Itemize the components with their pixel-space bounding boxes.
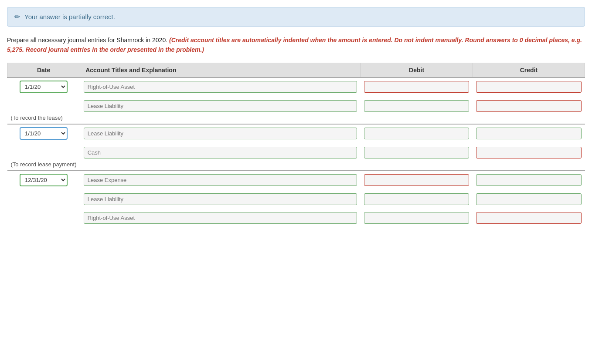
credit-input-0-1[interactable] [476, 100, 581, 112]
date-select-1[interactable]: 1/1/20 [20, 127, 68, 140]
debit-cell-2-1 [361, 192, 473, 207]
date-select-0[interactable]: 1/1/20 [20, 81, 68, 93]
credit-input-2-1[interactable] [476, 193, 581, 205]
credit-cell-2-1 [473, 192, 585, 207]
date-cell-1 [7, 145, 80, 160]
date-cell-2 [7, 192, 80, 207]
debit-input-0-0[interactable] [364, 81, 469, 93]
debit-cell-1-0 [361, 124, 473, 142]
header-credit: Credit [473, 63, 585, 78]
account-cell-1-1 [80, 145, 361, 160]
credit-cell-2-2 [473, 210, 585, 226]
account-cell-1-0 [80, 124, 361, 142]
debit-cell-2-2 [361, 210, 473, 226]
credit-cell-0-0 [473, 78, 585, 95]
account-input-2-2[interactable] [84, 212, 357, 224]
debit-cell-1-1 [361, 145, 473, 160]
alert-message: Your answer is partially correct. [24, 13, 115, 20]
header-date: Date [7, 63, 80, 78]
debit-cell-0-1 [361, 98, 473, 114]
date-cell-2: 12/31/20 [7, 171, 80, 188]
pencil-icon: ✏ [14, 13, 20, 21]
credit-cell-0-1 [473, 98, 585, 114]
alert-banner: ✏ Your answer is partially correct. [7, 7, 585, 27]
debit-input-1-0[interactable] [364, 128, 469, 139]
credit-input-1-0[interactable] [476, 128, 581, 139]
account-cell-2-1 [80, 192, 361, 207]
instructions: Prepare all necessary journal entries fo… [7, 35, 585, 55]
account-cell-0-1 [80, 98, 361, 114]
debit-input-2-0[interactable] [364, 174, 469, 186]
debit-input-1-1[interactable] [364, 147, 469, 158]
debit-cell-2-0 [361, 171, 473, 188]
credit-input-2-2[interactable] [476, 212, 581, 224]
debit-input-2-2[interactable] [364, 212, 469, 224]
note-1: (To record lease payment) [7, 160, 585, 171]
date-cell-2 [7, 210, 80, 226]
account-input-1-0[interactable] [84, 128, 357, 139]
account-cell-0-0 [80, 78, 361, 95]
debit-cell-0-0 [361, 78, 473, 95]
account-input-2-0[interactable] [84, 174, 357, 186]
account-cell-2-2 [80, 210, 361, 226]
note-0: (To record the lease) [7, 114, 585, 124]
debit-input-2-1[interactable] [364, 193, 469, 205]
credit-input-2-0[interactable] [476, 174, 581, 186]
account-cell-2-0 [80, 171, 361, 188]
date-select-2[interactable]: 12/31/20 [20, 174, 68, 186]
journal-table: Date Account Titles and Explanation Debi… [7, 63, 585, 226]
date-cell-0 [7, 98, 80, 114]
header-debit: Debit [361, 63, 473, 78]
account-input-0-0[interactable] [84, 81, 357, 93]
debit-input-0-1[interactable] [364, 100, 469, 112]
date-cell-0: 1/1/20 [7, 78, 80, 95]
credit-cell-2-0 [473, 171, 585, 188]
credit-input-0-0[interactable] [476, 81, 581, 93]
account-input-2-1[interactable] [84, 193, 357, 205]
credit-input-1-1[interactable] [476, 147, 581, 158]
credit-cell-1-0 [473, 124, 585, 142]
instructions-normal: Prepare all necessary journal entries fo… [7, 37, 167, 44]
account-input-0-1[interactable] [84, 100, 357, 112]
date-cell-1: 1/1/20 [7, 124, 80, 142]
header-account: Account Titles and Explanation [80, 63, 361, 78]
credit-cell-1-1 [473, 145, 585, 160]
account-input-1-1[interactable] [84, 147, 357, 158]
